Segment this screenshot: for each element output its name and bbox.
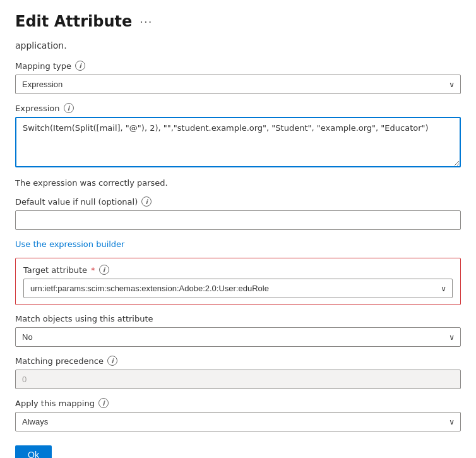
- target-attribute-select-wrapper: urn:ietf:params:scim:schemas:extension:A…: [23, 279, 453, 298]
- page-title: Edit Attribute: [15, 13, 132, 30]
- expression-textarea[interactable]: Switch(Item(Split([mail], "@"), 2), "","…: [15, 117, 461, 167]
- apply-mapping-section: Apply this mapping i Always ∨: [15, 398, 461, 431]
- match-objects-select-wrapper: No ∨: [15, 327, 461, 347]
- matching-precedence-label: Matching precedence i: [15, 356, 461, 366]
- matching-precedence-section: Matching precedence i: [15, 356, 461, 389]
- required-indicator: *: [91, 265, 95, 275]
- default-value-input[interactable]: [15, 210, 461, 230]
- expression-section: Expression i Switch(Item(Split([mail], "…: [15, 103, 461, 169]
- ok-button[interactable]: Ok: [15, 445, 52, 458]
- app-label: application.: [15, 40, 461, 51]
- parse-success-text: The expression was correctly parsed.: [15, 178, 461, 188]
- expression-info-icon[interactable]: i: [64, 103, 74, 113]
- target-attribute-select[interactable]: urn:ietf:params:scim:schemas:extension:A…: [23, 279, 453, 298]
- mapping-type-select[interactable]: Expression: [15, 75, 461, 94]
- mapping-type-section: Mapping type i Expression ∨: [15, 61, 461, 94]
- expression-label: Expression i: [15, 103, 461, 113]
- default-value-section: Default value if null (optional) i: [15, 196, 461, 230]
- mapping-type-label: Mapping type i: [15, 61, 461, 71]
- target-attribute-section: Target attribute * i urn:ietf:params:sci…: [15, 258, 461, 305]
- mapping-type-info-icon[interactable]: i: [75, 61, 85, 71]
- mapping-type-select-wrapper: Expression ∨: [15, 75, 461, 94]
- default-value-info-icon[interactable]: i: [141, 196, 152, 207]
- more-options-icon[interactable]: ···: [140, 15, 152, 28]
- expression-builder-link[interactable]: Use the expression builder: [15, 239, 124, 249]
- page-header: Edit Attribute ···: [15, 13, 461, 30]
- apply-mapping-info-icon[interactable]: i: [98, 398, 109, 408]
- target-attribute-info-icon[interactable]: i: [99, 265, 109, 275]
- apply-mapping-select[interactable]: Always: [15, 412, 461, 431]
- default-value-label: Default value if null (optional) i: [15, 196, 461, 207]
- apply-mapping-label: Apply this mapping i: [15, 398, 461, 408]
- target-attribute-label: Target attribute * i: [23, 265, 453, 275]
- match-objects-select[interactable]: No: [15, 327, 461, 347]
- matching-precedence-info-icon[interactable]: i: [107, 356, 117, 366]
- apply-mapping-select-wrapper: Always ∨: [15, 412, 461, 431]
- match-objects-section: Match objects using this attribute No ∨: [15, 314, 461, 347]
- match-objects-label: Match objects using this attribute: [15, 314, 461, 323]
- matching-precedence-input: [15, 370, 461, 389]
